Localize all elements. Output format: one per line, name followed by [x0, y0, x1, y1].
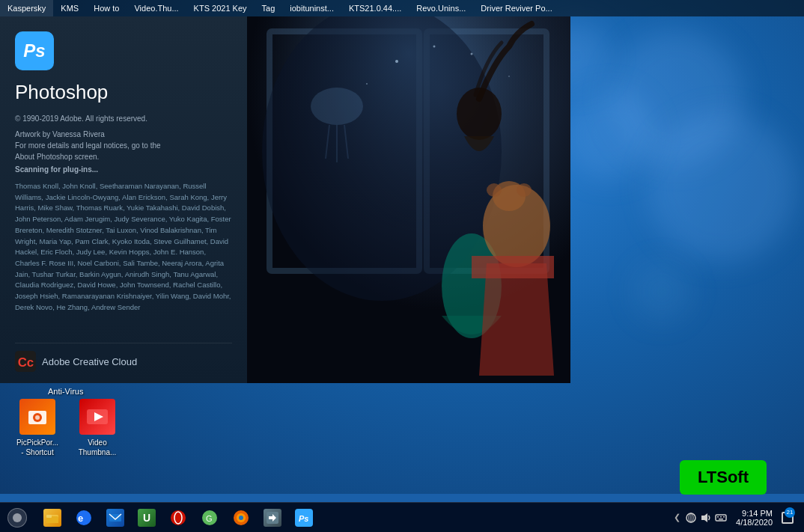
taskbar-app-u[interactable]: U	[132, 503, 162, 533]
taskbar-bottom: e U G	[0, 502, 804, 532]
svg-rect-50	[720, 516, 722, 518]
tray-network-icon[interactable]	[685, 512, 697, 524]
taskbar-app-arrow[interactable]	[258, 503, 287, 533]
svg-rect-52	[719, 519, 723, 520]
mail-icon	[106, 509, 124, 527]
video-thumb-icon-svg	[85, 405, 109, 429]
ps-taskbar-icon: Ps	[295, 509, 313, 527]
svg-point-16	[517, 183, 532, 197]
photoshop-logo-text: Ps	[23, 40, 45, 61]
svg-point-17	[395, 60, 398, 63]
video-thumb-icon	[79, 399, 115, 435]
taskbar-top-kts21[interactable]: KTS21.0.44....	[341, 0, 409, 16]
start-circle-inner	[13, 513, 22, 522]
taskbar-app-edge[interactable]: e	[69, 503, 99, 533]
photoshop-splash-image	[247, 16, 570, 383]
svg-rect-48	[716, 515, 726, 521]
creative-cloud-icon: Cc	[15, 351, 36, 372]
start-circle	[7, 508, 27, 528]
taskbar-top-driver[interactable]: Driver Reviver Po...	[473, 0, 559, 16]
arrow-app-icon	[264, 509, 281, 527]
taskbar-app-mail[interactable]	[100, 503, 130, 533]
file-explorer-icon	[43, 509, 61, 527]
green-app-icon: G	[201, 509, 219, 527]
taskbar-top-howto[interactable]: How to	[86, 0, 127, 16]
photoshop-scanning-status: Scanning for plug-ins...	[15, 165, 232, 174]
taskbar-app-firefox[interactable]	[226, 503, 256, 533]
taskbar-top-kaspersky[interactable]: Kaspersky	[0, 0, 53, 16]
taskbar-top-iobit[interactable]: iobituninst...	[282, 0, 341, 16]
desktop-icon-picpick[interactable]: PicPickPor... - Shortcut	[7, 399, 67, 457]
taskbar-top-ktskey[interactable]: KTS 2021 Key	[186, 0, 255, 16]
firefox-icon	[232, 509, 250, 527]
photoshop-creative-cloud: Cc Adobe Creative Cloud	[15, 343, 232, 372]
taskbar-app-opera[interactable]	[163, 503, 193, 533]
svg-point-18	[433, 46, 436, 48]
picpick-icon-svg	[25, 405, 49, 429]
taskbar-app-green[interactable]: G	[195, 503, 225, 533]
svg-text:Ps: Ps	[299, 514, 308, 523]
svg-point-33	[171, 510, 186, 525]
tray-chevron[interactable]: ❮	[674, 513, 680, 522]
photoshop-splash-panel: Ps Photoshop © 1990-2019 Adobe. All righ…	[0, 16, 247, 383]
desktop-icon-video-thumb[interactable]: Video Thumbna...	[67, 399, 127, 457]
tray-speaker-icon[interactable]	[700, 512, 712, 524]
taskbar-top-videothu[interactable]: Video.Thu...	[127, 0, 186, 16]
creative-cloud-label: Adobe Creative Cloud	[42, 356, 137, 367]
clock-time: 9:14 PM	[742, 509, 773, 518]
svg-rect-51	[723, 516, 725, 518]
edge-icon: e	[75, 509, 93, 527]
anti-virus-label: Anti-Virus	[48, 387, 83, 396]
taskbar-app-file-explorer[interactable]	[37, 503, 67, 533]
taskbar-apps: e U G	[37, 503, 319, 532]
svg-text:Cc: Cc	[18, 355, 34, 370]
svg-point-39	[239, 516, 243, 520]
taskbar-top-kms[interactable]: KMS	[53, 0, 86, 16]
notification-badge: 21	[785, 507, 795, 518]
taskbar-app-photoshop[interactable]: Ps	[289, 503, 319, 533]
svg-rect-29	[46, 515, 52, 518]
svg-point-20	[471, 53, 473, 55]
ltsoft-button[interactable]: LTSoft	[680, 460, 767, 495]
picpick-icon	[19, 399, 55, 435]
svg-point-24	[35, 415, 40, 420]
photoshop-artwork-info: Artwork by Vanessa Rivera For more detai…	[15, 129, 232, 162]
taskbar-top-revo[interactable]: Revo.Unins...	[409, 0, 473, 16]
photoshop-logo: Ps	[15, 31, 54, 70]
svg-marker-47	[701, 513, 707, 522]
opera-icon	[169, 509, 187, 527]
notification-button[interactable]: 21	[777, 503, 798, 533]
svg-text:e: e	[78, 513, 83, 524]
svg-point-19	[366, 83, 368, 85]
splash-artwork-svg	[247, 16, 570, 383]
system-tray: ❮ 9:14 PM 4/18/2020 21	[668, 503, 804, 532]
svg-text:G: G	[206, 514, 213, 523]
taskbar-top-tag[interactable]: Tag	[255, 0, 283, 16]
svg-point-21	[508, 76, 510, 77]
start-button[interactable]	[0, 503, 34, 533]
video-thumb-icon-label: Video Thumbna...	[79, 438, 117, 457]
svg-point-7	[311, 88, 363, 125]
tray-icons	[685, 512, 727, 524]
photoshop-contributors: Thomas Knoll, John Knoll, Seetharaman Na…	[15, 181, 232, 334]
taskbar-top: Kaspersky KMS How to Video.Thu... KTS 20…	[0, 0, 804, 16]
svg-rect-49	[717, 516, 719, 518]
picpick-icon-label: PicPickPor... - Shortcut	[16, 438, 58, 457]
clock-date: 4/18/2020	[736, 518, 773, 527]
photoshop-title: Photoshop	[15, 81, 232, 104]
clock[interactable]: 9:14 PM 4/18/2020	[736, 509, 773, 527]
u-app-icon: U	[138, 509, 156, 527]
photoshop-copyright: © 1990-2019 Adobe. All rights reserved.	[15, 114, 232, 123]
svg-point-15	[487, 183, 502, 197]
tray-keyboard-icon[interactable]	[715, 512, 727, 524]
